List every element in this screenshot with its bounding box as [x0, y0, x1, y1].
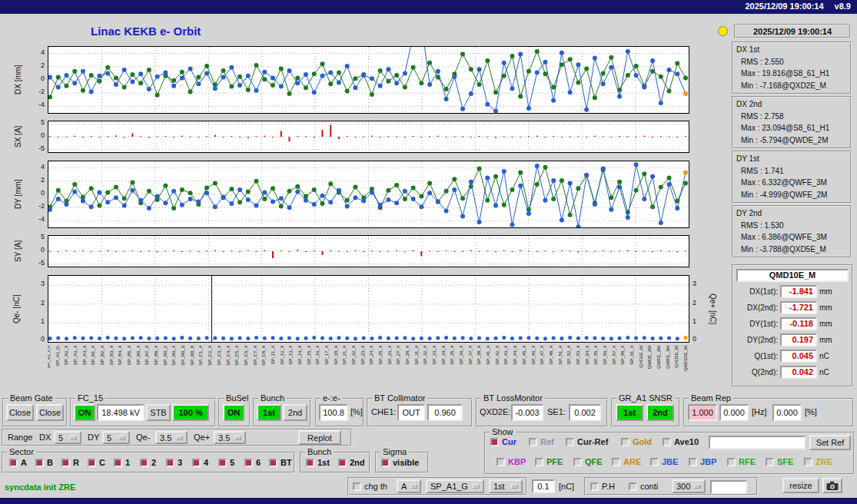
- checkbox[interactable]: [35, 459, 44, 467]
- threshold-input[interactable]: 0.1: [532, 479, 555, 493]
- extra-input[interactable]: [710, 480, 747, 494]
- x-axis-label: SP_27_4: [396, 346, 401, 365]
- show-gold-checkbox[interactable]: Gold: [621, 437, 652, 446]
- sector-checkbox-2[interactable]: 2: [140, 458, 156, 467]
- checkbox[interactable]: [727, 458, 736, 466]
- range-qem-label: Qe-: [136, 433, 150, 442]
- checkbox[interactable]: [663, 438, 671, 446]
- checkbox[interactable]: [490, 438, 499, 446]
- checkbox[interactable]: [612, 458, 620, 466]
- x-axis-label: SP_B8_4: [154, 346, 159, 365]
- sector-checkbox-6[interactable]: 6: [244, 458, 261, 467]
- checkbox[interactable]: [9, 459, 18, 467]
- sector-checkbox-3[interactable]: 3: [166, 458, 182, 467]
- show-ave10-checkbox[interactable]: Ave10: [663, 437, 699, 446]
- beam-gate-close-1-button[interactable]: Close: [6, 404, 34, 421]
- show-cur-checkbox[interactable]: Cur: [490, 437, 517, 446]
- checkbox[interactable]: [192, 459, 201, 467]
- checkbox[interactable]: [166, 459, 174, 467]
- ph-checkbox[interactable]: P.H: [590, 482, 615, 491]
- checkbox[interactable]: [621, 438, 629, 446]
- x-axis-label: SP_21_4: [342, 346, 347, 365]
- show-cur-ref-checkbox[interactable]: Cur-Ref: [566, 437, 608, 446]
- chg-th-checkbox[interactable]: chg th: [353, 482, 387, 491]
- show-jbp-checkbox[interactable]: JBP: [689, 457, 716, 466]
- sector-checkbox-bt[interactable]: BT: [269, 458, 292, 467]
- gr-snsr-2nd-button[interactable]: 2nd: [646, 404, 674, 421]
- set-ref-button[interactable]: Set Ref: [809, 435, 851, 450]
- show-kbp-checkbox[interactable]: KBP: [497, 457, 526, 466]
- snapshot-button[interactable]: [822, 478, 842, 493]
- show-zre-checkbox[interactable]: ZRE: [804, 457, 832, 466]
- bunch-1st-button[interactable]: 1st: [257, 404, 281, 421]
- show-jbe-checkbox[interactable]: JBE: [650, 457, 678, 466]
- checkbox[interactable]: [650, 458, 659, 466]
- checkbox[interactable]: [804, 458, 812, 466]
- checkbox[interactable]: [590, 482, 599, 491]
- sigma-group: Sigma visible: [375, 452, 429, 473]
- range-dx-select[interactable]: 5: [54, 431, 81, 444]
- bunch-select[interactable]: 1st: [489, 479, 523, 493]
- checkbox[interactable]: [689, 458, 697, 466]
- bunch-1st-checkbox[interactable]: 1st: [306, 458, 330, 467]
- sector-checkbox-c[interactable]: C: [88, 458, 105, 467]
- checkbox[interactable]: [353, 482, 361, 491]
- checkbox[interactable]: [573, 458, 582, 466]
- count-select[interactable]: 300: [672, 479, 706, 493]
- bunch-2nd-checkbox[interactable]: 2nd: [338, 458, 365, 467]
- checkbox[interactable]: [269, 459, 277, 467]
- checkbox[interactable]: [381, 459, 390, 467]
- range-dy-select[interactable]: 5: [102, 431, 130, 444]
- x-axis-label: SP_12_4: [280, 346, 285, 365]
- page-title: Linac KEKB e- Orbit: [91, 25, 201, 38]
- sector-checkbox-r[interactable]: R: [61, 458, 79, 467]
- show-ref-checkbox[interactable]: Ref: [529, 437, 554, 446]
- gr-snsr-1st-button[interactable]: 1st: [616, 404, 643, 421]
- fc15-stb-button[interactable]: STB: [146, 404, 171, 421]
- x-axis-label: SP_R0_8: [190, 346, 195, 366]
- resize-button[interactable]: resize: [782, 478, 819, 493]
- sp-select[interactable]: SP_A1_G: [426, 479, 484, 493]
- checkbox[interactable]: [61, 459, 70, 467]
- show-item-label: Ref: [540, 437, 554, 446]
- threshold-panel: chg th A SP_A1_G 1st: [347, 477, 527, 496]
- checkbox[interactable]: [629, 482, 637, 491]
- checkbox[interactable]: [244, 459, 253, 467]
- bunch-2nd-button[interactable]: 2nd: [283, 404, 307, 421]
- checkbox[interactable]: [114, 459, 122, 467]
- checkbox[interactable]: [338, 459, 347, 467]
- replot-button[interactable]: Replot: [298, 430, 341, 445]
- sigma-visible-checkbox[interactable]: visible: [381, 458, 419, 467]
- range-qem-select[interactable]: 3.5: [155, 431, 188, 444]
- show-sfe-checkbox[interactable]: SFE: [766, 457, 793, 466]
- sector-checkbox-1[interactable]: 1: [114, 458, 130, 467]
- checkbox[interactable]: [218, 459, 227, 467]
- checkbox[interactable]: [88, 459, 96, 467]
- axis-tick-label: 2: [28, 176, 45, 184]
- checkbox[interactable]: [497, 458, 505, 466]
- sector-checkbox-b[interactable]: B: [35, 458, 53, 467]
- x-axis-label: SP_15_4: [307, 346, 312, 365]
- busel-on-button[interactable]: ON: [223, 404, 244, 421]
- checkbox[interactable]: [306, 459, 314, 467]
- mode-select[interactable]: A: [397, 479, 421, 493]
- checkbox[interactable]: [140, 459, 148, 467]
- ref-name-input[interactable]: [709, 436, 806, 449]
- sector-checkbox-4[interactable]: 4: [192, 458, 208, 467]
- fc15-on-button[interactable]: ON: [74, 404, 95, 421]
- show-pfe-checkbox[interactable]: PFE: [535, 457, 563, 466]
- checkbox[interactable]: [535, 458, 543, 466]
- beam-gate-close-2-button[interactable]: Close: [36, 404, 64, 421]
- checkbox[interactable]: [529, 438, 537, 446]
- show-qfe-checkbox[interactable]: QFE: [573, 457, 603, 466]
- sector-checkbox-a[interactable]: A: [9, 458, 27, 467]
- show-are-checkbox[interactable]: ARE: [612, 457, 641, 466]
- range-qep-select[interactable]: 3.5: [214, 431, 246, 444]
- conti-checkbox[interactable]: conti: [629, 482, 658, 491]
- show-rfe-checkbox[interactable]: RFE: [727, 457, 756, 466]
- checkbox[interactable]: [766, 458, 774, 466]
- dropdown-indicator: [473, 484, 480, 489]
- checkbox[interactable]: [566, 438, 574, 446]
- sector-checkbox-5[interactable]: 5: [218, 458, 234, 467]
- x-axis-label: SP_13_4: [288, 346, 294, 365]
